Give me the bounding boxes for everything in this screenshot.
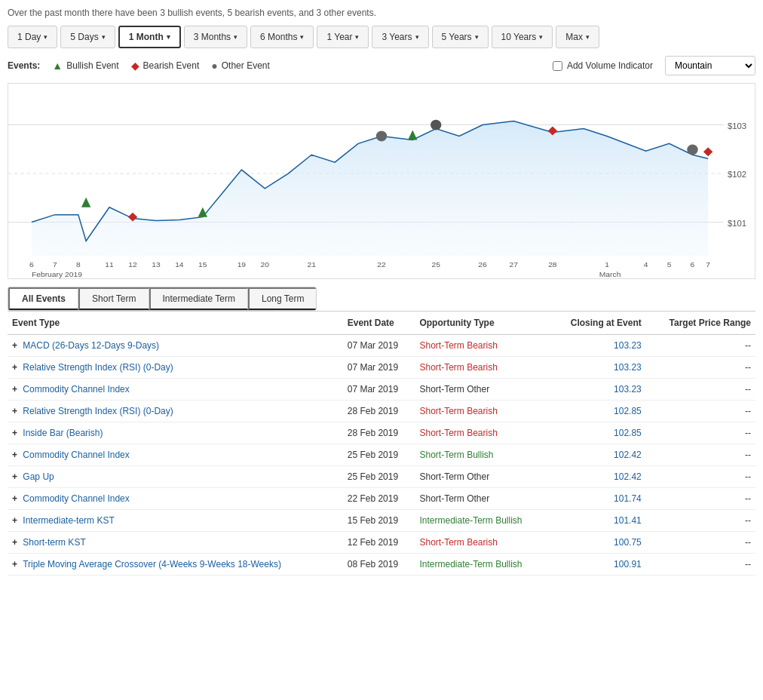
opportunity-type-cell: Intermediate-Term Bullish xyxy=(415,510,549,532)
expand-btn[interactable]: + xyxy=(12,493,17,504)
closing-at-event-cell: 102.85 xyxy=(550,401,646,422)
closing-at-event-cell: 102.85 xyxy=(550,422,646,444)
event-date-cell: 07 Mar 2019 xyxy=(343,335,415,357)
event-type-link[interactable]: Intermediate-term KST xyxy=(23,515,114,526)
summary-text: Over the past month there have been 3 bu… xyxy=(8,8,755,18)
tab-1month[interactable]: 1 Month ▾ xyxy=(118,26,181,48)
event-type-cell: + Gap Up xyxy=(8,466,343,488)
event-type-link[interactable]: MACD (26-Days 12-Days 9-Days) xyxy=(23,340,159,351)
closing-at-event-cell: 102.42 xyxy=(550,444,646,466)
opportunity-type-cell: Short-Term Other xyxy=(415,488,549,510)
svg-text:12: 12 xyxy=(128,260,137,269)
expand-btn[interactable]: + xyxy=(12,450,17,460)
event-type-link[interactable]: Gap Up xyxy=(23,471,54,482)
event-date-cell: 07 Mar 2019 xyxy=(343,357,415,379)
table-row: + Gap Up 25 Feb 2019 Short-Term Other 10… xyxy=(8,466,755,488)
bullish-marker-3 xyxy=(408,130,417,140)
opportunity-type-cell: Intermediate-Term Bullish xyxy=(415,554,549,576)
svg-text:February 2019: February 2019 xyxy=(32,270,82,278)
tab-5years[interactable]: 5 Years ▾ xyxy=(432,26,489,48)
target-price-range-cell: -- xyxy=(646,466,755,488)
expand-btn[interactable]: + xyxy=(12,559,17,570)
event-type-link[interactable]: Relative Strength Index (RSI) (0-Day) xyxy=(23,406,173,416)
tab-max[interactable]: Max ▾ xyxy=(556,26,599,48)
other-marker-3 xyxy=(687,144,697,155)
expand-btn[interactable]: + xyxy=(12,515,17,526)
svg-text:26: 26 xyxy=(478,260,487,269)
opportunity-type-cell: Short-Term Other xyxy=(415,379,549,401)
expand-btn[interactable]: + xyxy=(12,384,17,395)
expand-btn[interactable]: + xyxy=(12,406,17,416)
col-header-opportunity-type: Opportunity Type xyxy=(415,312,549,335)
target-price-range-cell: -- xyxy=(646,379,755,401)
col-header-closing: Closing at Event xyxy=(550,312,646,335)
other-marker-1 xyxy=(376,131,387,142)
other-event-label: Other Event xyxy=(222,60,270,71)
svg-text:25: 25 xyxy=(431,260,440,269)
volume-indicator-control: Add Volume Indicator xyxy=(553,60,653,71)
svg-text:20: 20 xyxy=(261,260,270,269)
event-type-cell: + Inside Bar (Bearish) xyxy=(8,422,343,444)
events-table: Event Type Event Date Opportunity Type C… xyxy=(8,311,755,576)
event-type-link[interactable]: Relative Strength Index (RSI) (0-Day) xyxy=(23,362,173,373)
event-type-link[interactable]: Short-term KST xyxy=(23,537,85,548)
tab-3years[interactable]: 3 Years ▾ xyxy=(372,26,428,48)
tab-10years[interactable]: 10 Years ▾ xyxy=(492,26,553,48)
event-type-cell: + Commodity Channel Index xyxy=(8,379,343,401)
svg-text:6: 6 xyxy=(691,260,695,269)
price-chart: $103 $102 $101 6 7 8 11 12 13 14 15 19 2… xyxy=(8,83,755,279)
target-price-range-cell: -- xyxy=(646,444,755,466)
event-type-link[interactable]: Commodity Channel Index xyxy=(23,450,129,460)
tab-1day[interactable]: 1 Day ▾ xyxy=(8,26,57,48)
event-type-link[interactable]: Commodity Channel Index xyxy=(23,384,129,395)
event-type-cell: + Intermediate-term KST xyxy=(8,510,343,532)
filter-tab-all-events[interactable]: All Events xyxy=(8,287,78,310)
expand-btn[interactable]: + xyxy=(12,340,17,351)
event-type-link[interactable]: Triple Moving Average Crossover (4-Weeks… xyxy=(23,559,281,570)
event-type-link[interactable]: Inside Bar (Bearish) xyxy=(23,428,103,438)
opportunity-type-cell: Short-Term Bullish xyxy=(415,444,549,466)
expand-btn[interactable]: + xyxy=(12,471,17,482)
bullish-marker-1 xyxy=(81,198,90,207)
events-bar: Events: ▲ Bullish Event ◆ Bearish Event … xyxy=(8,56,755,75)
filter-tab-long-term[interactable]: Long Term xyxy=(248,287,316,310)
tab-1year[interactable]: 1 Year ▾ xyxy=(317,26,369,48)
tab-3months[interactable]: 3 Months ▾ xyxy=(184,26,247,48)
other-event-item: ● Other Event xyxy=(211,60,270,72)
expand-btn[interactable]: + xyxy=(12,428,17,438)
svg-text:$101: $101 xyxy=(728,219,746,228)
target-price-range-cell: -- xyxy=(646,554,755,576)
closing-at-event-cell: 100.75 xyxy=(550,532,646,554)
volume-indicator-checkbox[interactable] xyxy=(553,61,562,71)
event-date-cell: 28 Feb 2019 xyxy=(343,401,415,422)
event-type-cell: + Relative Strength Index (RSI) (0-Day) xyxy=(8,401,343,422)
event-date-cell: 25 Feb 2019 xyxy=(343,466,415,488)
expand-btn[interactable]: + xyxy=(12,362,17,373)
tab-5days[interactable]: 5 Days ▾ xyxy=(60,26,115,48)
target-price-range-cell: -- xyxy=(646,532,755,554)
bullish-event-label: Bullish Event xyxy=(66,60,118,71)
closing-at-event-cell: 101.74 xyxy=(550,488,646,510)
event-type-cell: + Triple Moving Average Crossover (4-Wee… xyxy=(8,554,343,576)
event-type-cell: + Short-term KST xyxy=(8,532,343,554)
svg-text:5: 5 xyxy=(667,260,672,269)
event-date-cell: 25 Feb 2019 xyxy=(343,444,415,466)
filter-tab-intermediate-term[interactable]: Intermediate Term xyxy=(149,287,249,310)
event-type-cell: + Commodity Channel Index xyxy=(8,444,343,466)
event-type-cell: + Commodity Channel Index xyxy=(8,488,343,510)
expand-btn[interactable]: + xyxy=(12,537,17,548)
closing-at-event-cell: 102.42 xyxy=(550,466,646,488)
filter-tab-short-term[interactable]: Short Term xyxy=(78,287,149,310)
svg-text:11: 11 xyxy=(105,260,114,269)
tab-6months[interactable]: 6 Months ▾ xyxy=(250,26,314,48)
opportunity-type-cell: Short-Term Other xyxy=(415,466,549,488)
table-row: + Commodity Channel Index 25 Feb 2019 Sh… xyxy=(8,444,755,466)
svg-text:21: 21 xyxy=(307,260,316,269)
col-header-target-price: Target Price Range xyxy=(646,312,755,335)
chart-type-select[interactable]: Mountain Line Candlestick OHLC xyxy=(665,56,755,75)
event-type-link[interactable]: Commodity Channel Index xyxy=(23,493,129,504)
event-date-cell: 07 Mar 2019 xyxy=(343,379,415,401)
table-row: + Commodity Channel Index 07 Mar 2019 Sh… xyxy=(8,379,755,401)
table-row: + Commodity Channel Index 22 Feb 2019 Sh… xyxy=(8,488,755,510)
event-date-cell: 28 Feb 2019 xyxy=(343,422,415,444)
